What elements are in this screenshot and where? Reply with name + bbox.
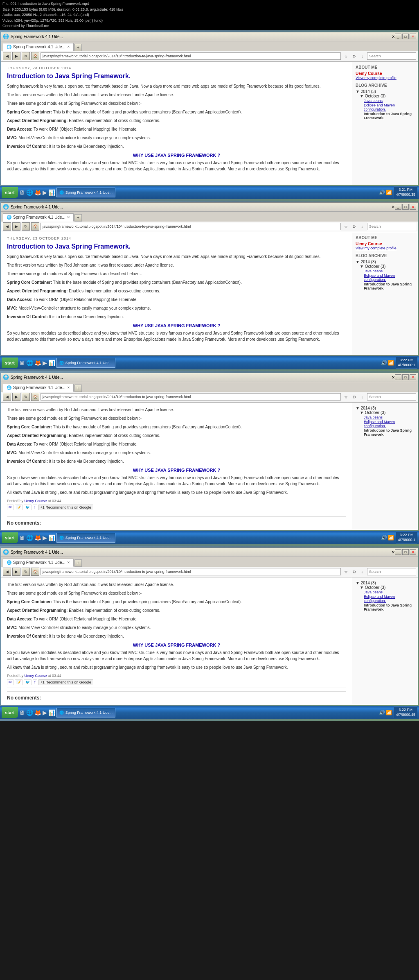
window-controls-3[interactable]: _ □ ✕: [395, 374, 416, 380]
ie-icon-4[interactable]: 🌐: [26, 709, 33, 716]
twitter-share-3[interactable]: 🐦: [24, 505, 32, 510]
recommend-btn-3[interactable]: +1 Recommend this on Google: [38, 505, 93, 510]
archive-link-1-3[interactable]: Introduction to Java Spring Framework.: [356, 112, 414, 120]
window-controls-1[interactable]: _ □ ✕: [395, 34, 416, 39]
tools-icon-3[interactable]: ⚙: [350, 393, 358, 401]
new-tab-btn-4[interactable]: +: [74, 559, 82, 567]
minimize-btn-1[interactable]: _: [395, 34, 401, 39]
archive-link-3-2[interactable]: Eclipse and Maven configuration.: [356, 420, 414, 428]
bookmark-icon-2[interactable]: ☆: [342, 223, 349, 230]
refresh-btn-1[interactable]: ↻: [22, 52, 30, 60]
desktop-icon-4[interactable]: 🖥: [19, 709, 25, 716]
archive-link-2-1[interactable]: Java beans: [356, 269, 414, 273]
ie-icon-1[interactable]: 🌐: [26, 189, 33, 196]
home-btn-2[interactable]: 🏠: [31, 222, 39, 231]
recommend-btn-4[interactable]: +1 Recommend this on Google: [38, 679, 93, 685]
bookmark-icon-3[interactable]: ☆: [342, 393, 349, 401]
taskbar-browser-item-2[interactable]: 🌐 Spring Framework 4.1 Ude...: [56, 358, 115, 368]
about-me-name-1[interactable]: Uemy Course: [356, 71, 414, 76]
tools-icon-4[interactable]: ⚙: [350, 568, 358, 575]
home-btn-4[interactable]: 🏠: [31, 568, 39, 576]
search-field-4[interactable]: [367, 568, 416, 575]
tab-1[interactable]: 🌐 Spring Framework 4.1 Ude... ✕: [3, 43, 74, 51]
tab-close-2[interactable]: ✕: [67, 215, 70, 219]
network-icon-4[interactable]: 📶: [386, 710, 392, 715]
home-btn-1[interactable]: 🏠: [31, 52, 39, 60]
new-tab-btn-2[interactable]: +: [74, 214, 82, 222]
network-icon-3[interactable]: 📶: [388, 535, 394, 541]
forward-btn-3[interactable]: ▶: [12, 393, 20, 401]
ie-icon-3[interactable]: 🌐: [26, 534, 33, 541]
archive-link-3-3[interactable]: Introduction to Java Spring Framework.: [356, 428, 414, 437]
email-share-4[interactable]: ✉: [7, 679, 14, 685]
posted-by-link-4[interactable]: Uemy Course: [25, 674, 47, 678]
archive-link-3-1[interactable]: Java beans: [356, 415, 414, 419]
new-tab-btn-3[interactable]: +: [74, 385, 82, 392]
network-icon-1[interactable]: 📶: [386, 190, 392, 195]
ppt-icon-2[interactable]: 📊: [48, 360, 55, 366]
search-field-1[interactable]: [367, 52, 416, 60]
bookmark-icon-1[interactable]: ☆: [342, 52, 349, 60]
start-btn-3[interactable]: start: [2, 532, 18, 543]
fb-share-3[interactable]: f: [33, 505, 37, 510]
new-tab-btn-1[interactable]: +: [74, 44, 82, 51]
tab-close-1[interactable]: ✕: [67, 45, 70, 49]
taskbar-browser-item-1[interactable]: 🌐 Spring Framework 4.1 Ude...: [56, 188, 115, 197]
minimize-btn-4[interactable]: _: [395, 549, 401, 555]
ppt-icon-1[interactable]: 📊: [48, 189, 55, 196]
archive-month-1[interactable]: ▼ October (3): [356, 94, 414, 98]
maximize-btn-1[interactable]: □: [402, 34, 409, 39]
url-field-3[interactable]: [41, 393, 341, 401]
minimize-btn-3[interactable]: _: [395, 374, 401, 380]
home-btn-3[interactable]: 🏠: [31, 393, 39, 401]
tab-close-4[interactable]: ✕: [67, 561, 70, 564]
close-btn-2[interactable]: ✕: [410, 204, 416, 210]
posted-by-link-3[interactable]: Uemy Course: [25, 499, 47, 503]
archive-month-2[interactable]: ▼ October (3): [356, 264, 414, 269]
taskbar-browser-item-3[interactable]: 🌐 Spring Framework 4.1 Ude...: [56, 533, 115, 543]
bookmark-icon-4[interactable]: ☆: [342, 568, 349, 575]
start-btn-1[interactable]: start: [2, 187, 18, 198]
url-field-2[interactable]: [41, 223, 341, 230]
ie-icon-2[interactable]: 🌐: [26, 360, 33, 366]
profile-link-1[interactable]: View my complete profile: [356, 76, 414, 80]
back-btn-1[interactable]: ◀: [3, 52, 11, 60]
archive-link-1-1[interactable]: Java beans: [356, 99, 414, 103]
volume-icon-3[interactable]: 🔊: [381, 535, 387, 541]
volume-icon-2[interactable]: 🔊: [381, 360, 387, 366]
article-title-1[interactable]: Introduction to Java Spring Framework.: [7, 72, 346, 80]
archive-year-3[interactable]: ▼ 2014 (3): [356, 406, 414, 410]
back-btn-3[interactable]: ◀: [3, 393, 11, 401]
archive-year-4[interactable]: ▼ 2014 (3): [356, 581, 414, 585]
refresh-btn-3[interactable]: ↻: [22, 393, 30, 401]
forward-btn-1[interactable]: ▶: [12, 52, 20, 60]
archive-link-4-1[interactable]: Java beans: [356, 590, 414, 594]
desktop-icon-2[interactable]: 🖥: [19, 360, 25, 366]
download-icon-2[interactable]: ↓: [358, 223, 366, 230]
desktop-icon-3[interactable]: 🖥: [19, 534, 25, 541]
blog-share-3[interactable]: 📝: [15, 505, 23, 510]
download-icon-4[interactable]: ↓: [358, 568, 366, 575]
about-me-name-2[interactable]: Uemy Course: [356, 242, 414, 246]
media-icon-2[interactable]: ▶: [43, 360, 47, 366]
window-controls-4[interactable]: _ □ ✕: [395, 549, 416, 555]
network-icon-2[interactable]: 📶: [388, 360, 394, 366]
close-btn-3[interactable]: ✕: [410, 374, 416, 380]
search-field-2[interactable]: [367, 223, 416, 230]
back-btn-2[interactable]: ◀: [3, 222, 11, 231]
article-title-2[interactable]: Introduction to Java Spring Framework.: [7, 243, 346, 250]
ppt-icon-4[interactable]: 📊: [48, 709, 55, 716]
blog-share-4[interactable]: 📝: [15, 679, 23, 685]
firefox-icon-1[interactable]: 🦊: [34, 189, 41, 196]
close-btn-4[interactable]: ✕: [410, 549, 416, 555]
refresh-btn-4[interactable]: ↻: [22, 568, 30, 576]
tab-close-3[interactable]: ✕: [67, 386, 70, 389]
firefox-icon-3[interactable]: 🦊: [34, 534, 41, 541]
tools-icon-1[interactable]: ⚙: [350, 52, 358, 60]
volume-icon-4[interactable]: 🔊: [379, 710, 385, 715]
forward-btn-2[interactable]: ▶: [12, 222, 20, 231]
maximize-btn-3[interactable]: □: [402, 374, 409, 380]
ppt-icon-3[interactable]: 📊: [48, 534, 55, 541]
archive-link-1-2[interactable]: Eclipse and Maven configuration.: [356, 103, 414, 111]
fb-share-4[interactable]: f: [33, 679, 37, 685]
